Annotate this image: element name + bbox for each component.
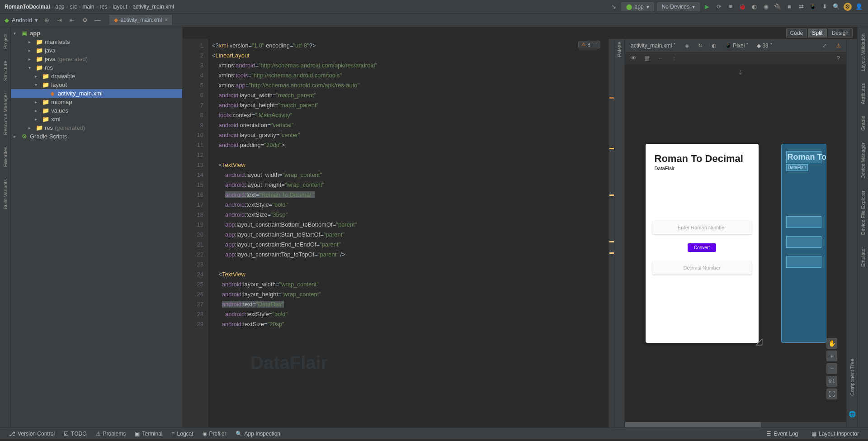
left-rail-project[interactable]: Project (3, 31, 8, 52)
palette-label[interactable]: Palette (617, 39, 622, 62)
design-scrollbar[interactable] (625, 422, 846, 427)
apply-changes-icon[interactable]: ⟳ (714, 2, 723, 11)
tree-item-activity_main-xml[interactable]: ◆activity_main.xml (11, 89, 182, 98)
right-rail-emulator[interactable]: Emulator (860, 244, 866, 270)
blueprint-preview[interactable]: Roman To DataFlair (781, 144, 826, 343)
design-canvas[interactable]: ⏚ Roman To Decimal DataFlair Enter Roman… (625, 64, 846, 422)
run-config-selector[interactable]: ⬤ app ▾ (621, 2, 654, 11)
bottom-app-inspection[interactable]: 🔍App Inspection (231, 431, 285, 437)
tree-item-res[interactable]: ▸📁res (generated) (11, 123, 182, 132)
grid-icon[interactable]: ▦ (642, 54, 651, 63)
bottom-event-log[interactable]: ☰Event Log (762, 431, 802, 437)
expand-icon[interactable]: ⇤ (68, 16, 77, 25)
tree-item-xml[interactable]: ▸📁xml (11, 115, 182, 123)
right-rail-gradle[interactable]: Gradle (860, 113, 866, 133)
minimize-icon[interactable]: — (93, 16, 102, 25)
globe-icon[interactable]: 🌐 (848, 409, 857, 418)
expand-design-icon[interactable]: ⤢ (820, 41, 829, 50)
zoom-dropdown[interactable]: ◆ 33 ˅ (755, 42, 774, 50)
eye-icon[interactable]: 👁 (629, 54, 638, 63)
usb-icon[interactable]: ⏚ (736, 67, 745, 76)
stop2-icon[interactable]: ■ (785, 2, 794, 11)
settings-icon[interactable]: ⚙ (844, 3, 852, 11)
bottom-terminal[interactable]: ▣Terminal (130, 431, 167, 437)
close-tab-icon[interactable]: × (165, 17, 168, 23)
device-selector[interactable]: No Devices ▾ (657, 2, 700, 11)
orientation-icon[interactable]: ↻ (696, 41, 705, 50)
stop-icon[interactable]: ≡ (726, 2, 735, 11)
sdk-icon[interactable]: ⬇ (820, 2, 829, 11)
problems-badge[interactable]: ⚠8 ˆˇ (578, 41, 600, 48)
component-tree-label[interactable]: Component Tree (849, 345, 855, 409)
search-icon[interactable]: 🔍 (832, 2, 841, 11)
bottom-profiler[interactable]: ◉Profiler (198, 431, 231, 437)
collapse-icon[interactable]: ⇥ (55, 16, 64, 25)
tree-item-java[interactable]: ▸📁java (11, 46, 182, 55)
right-rail-device-manager[interactable]: Device Manager (860, 140, 866, 181)
coverage-icon[interactable]: ◐ (750, 2, 759, 11)
avd-icon[interactable]: 📱 (808, 2, 817, 11)
code-editor[interactable]: 1234567891011121314151617181920212223242… (183, 39, 614, 427)
device-dropdown[interactable]: 📱 Pixel ˅ (723, 42, 750, 50)
tree-item-java[interactable]: ▸📁java (generated) (11, 55, 182, 63)
sync-icon[interactable]: ⇄ (797, 2, 806, 11)
project-panel[interactable]: ▾▣app ▸📁manifests ▸📁java ▸📁java (generat… (11, 27, 183, 427)
left-rail-favorites[interactable]: Favorites (3, 144, 8, 170)
tree-item-layout[interactable]: ▾📁layout (11, 81, 182, 89)
tree-item-res[interactable]: ▾📁res (11, 63, 182, 72)
view-mode-code[interactable]: Code (786, 28, 807, 38)
tree-item-manifests[interactable]: ▸📁manifests (11, 38, 182, 46)
run-icon[interactable]: ▶ (703, 2, 712, 11)
resize-handle-icon[interactable]: ◿ (755, 336, 762, 346)
editor-tab[interactable]: ◆ activity_main.xml × (109, 15, 173, 25)
view-mode-split[interactable]: Split (808, 28, 826, 38)
tree-item-mipmap[interactable]: ▸📁mipmap (11, 98, 182, 106)
breadcrumb-item[interactable]: RomanToDecimal (5, 4, 50, 10)
zoom-fit-button[interactable]: 1:1 (826, 376, 837, 387)
breadcrumb-item[interactable]: res (100, 4, 108, 10)
device-preview[interactable]: Roman To Decimal DataFlair Enter Roman N… (646, 144, 759, 343)
attach-debugger-icon[interactable]: 🔌 (773, 2, 782, 11)
bottom-todo[interactable]: ☑TODO (59, 431, 91, 437)
target-icon[interactable]: ⊕ (42, 16, 52, 25)
breadcrumb-item[interactable]: main (83, 4, 94, 10)
debug-icon[interactable]: 🐞 (738, 2, 747, 11)
make-icon[interactable]: ↘ (609, 2, 618, 11)
breadcrumb-item[interactable]: activity_main.xml (132, 4, 174, 10)
design-file-dropdown[interactable]: activity_main.xml ˅ (629, 42, 678, 50)
left-rail-resource-manager[interactable]: Resource Manager (3, 90, 8, 138)
breadcrumb-item[interactable]: app (55, 4, 64, 10)
right-rail-device-file-explorer[interactable]: Device File Explorer (860, 188, 866, 237)
tree-item-values[interactable]: ▸📁values (11, 106, 182, 115)
help-icon[interactable]: ? (834, 54, 843, 63)
bottom-problems[interactable]: ⚠Problems (91, 431, 131, 437)
code-content[interactable]: <?xml version="1.0" encoding="utf-8"?><L… (208, 39, 609, 427)
right-rail-attributes[interactable]: Attributes (860, 81, 866, 107)
bottom-version-control[interactable]: ⎇Version Control (5, 431, 59, 437)
breadcrumb-item[interactable]: layout (113, 4, 127, 10)
user-icon[interactable]: 👤 (854, 2, 863, 11)
view-mode-design[interactable]: Design (828, 28, 853, 38)
bottom-layout-inspector[interactable]: ▦Layout Inspector (807, 431, 863, 437)
component-tree-rail[interactable]: Component Tree 🌐 (846, 39, 857, 427)
profiler-icon[interactable]: ◉ (761, 2, 770, 11)
left-rail-structure[interactable]: Structure (3, 58, 8, 84)
tree-item-drawable[interactable]: ▸📁drawable (11, 72, 182, 81)
tree-gradle-scripts[interactable]: ▸⚙Gradle Scripts (11, 132, 182, 141)
zoom-out-button[interactable]: − (826, 363, 837, 374)
tree-root[interactable]: ▾▣app (11, 29, 182, 38)
editor-scrollbar[interactable] (609, 39, 614, 427)
zoom-in-button[interactable]: + (826, 351, 837, 361)
gear-icon[interactable]: ⚙ (80, 16, 90, 25)
right-rail-layout-validation[interactable]: Layout Validation (860, 31, 866, 74)
breadcrumb-item[interactable]: src (70, 4, 77, 10)
project-view-selector[interactable]: ◆ Android ▾ (0, 17, 42, 24)
left-rail-build-variants[interactable]: Build Variants (3, 176, 8, 212)
bottom-logcat[interactable]: ≡Logcat (167, 431, 198, 437)
theme-icon[interactable]: ◐ (709, 41, 718, 50)
stack-icon[interactable]: ◈ (682, 41, 691, 50)
palette-rail[interactable]: Palette (614, 39, 625, 427)
zoom-reset-button[interactable]: ⛶ (826, 389, 837, 399)
design-warning-icon[interactable]: ⚠ (834, 41, 843, 50)
pan-button[interactable]: ✋ (826, 338, 837, 349)
